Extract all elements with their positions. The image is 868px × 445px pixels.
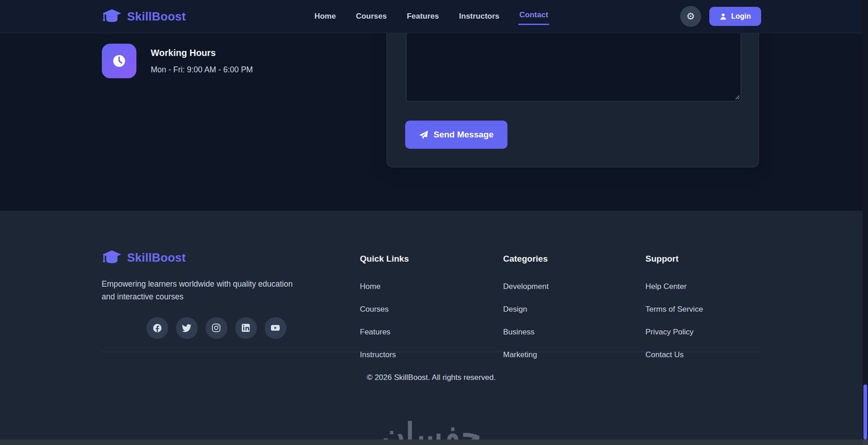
social-linkedin-button[interactable] (235, 317, 257, 339)
clock-icon (102, 44, 136, 78)
navbar-brand[interactable]: SkillBoost (102, 8, 186, 25)
graduation-cap-icon (102, 8, 122, 25)
footer-link-features[interactable]: Features (360, 328, 391, 336)
copyright-text: © 2026 SkillBoost. All rights reserved. (102, 373, 761, 382)
social-youtube-button[interactable] (265, 317, 286, 339)
facebook-icon (152, 323, 162, 333)
social-twitter-button[interactable] (176, 317, 198, 339)
linkedin-icon (241, 323, 251, 333)
navbar-brand-name: SkillBoost (127, 10, 186, 24)
contact-form-panel: Send Message (386, 24, 759, 167)
footer-link-help-center[interactable]: Help Center (646, 282, 687, 291)
footer-column-categories: Categories Development Design Business M… (503, 249, 646, 373)
footer-link-terms[interactable]: Terms of Service (646, 305, 703, 314)
send-message-label: Send Message (434, 130, 494, 140)
footer-brand-name: SkillBoost (127, 251, 186, 265)
contact-section: Working Hours Mon - Fri: 9:00 AM - 6:00 … (0, 33, 863, 211)
instagram-icon (211, 323, 221, 333)
nav-link-home[interactable]: Home (313, 9, 336, 24)
footer-column-quick-links: Quick Links Home Courses Features Instru… (360, 249, 503, 373)
footer-tagline: Empowering learners worldwide with quali… (102, 278, 304, 303)
nav-link-instructors[interactable]: Instructors (458, 9, 501, 24)
main-nav: Home Courses Features Instructors Contac… (313, 8, 549, 25)
footer-link-privacy[interactable]: Privacy Policy (646, 328, 694, 336)
footer-column-title: Support (646, 254, 761, 264)
footer-link-home[interactable]: Home (360, 282, 381, 291)
message-textarea[interactable] (406, 29, 741, 101)
footer-link-instructors[interactable]: Instructors (360, 350, 396, 359)
send-message-button[interactable]: Send Message (405, 121, 507, 149)
footer-link-contact-us[interactable]: Contact Us (646, 350, 684, 359)
social-instagram-button[interactable] (206, 317, 227, 339)
footer-link-marketing[interactable]: Marketing (503, 350, 537, 359)
navbar: SkillBoost Home Courses Features Instruc… (0, 0, 863, 33)
page: Working Hours Mon - Fri: 9:00 AM - 6:00 … (0, 0, 863, 440)
nav-link-features[interactable]: Features (406, 9, 440, 24)
user-icon (719, 13, 727, 20)
scrollbar-corner (863, 440, 868, 445)
footer-column-title: Categories (503, 254, 646, 264)
twitter-icon (182, 323, 191, 333)
social-facebook-button[interactable] (146, 317, 168, 339)
watermark-text: حفسان (381, 419, 482, 440)
footer-brand-column: SkillBoost Empowering learners worldwide… (102, 249, 360, 373)
horizontal-scrollbar-track[interactable] (0, 440, 863, 445)
footer-link-courses[interactable]: Courses (360, 305, 389, 314)
footer-link-design[interactable]: Design (503, 305, 527, 314)
nav-link-courses[interactable]: Courses (355, 9, 388, 24)
nav-link-contact[interactable]: Contact (518, 8, 549, 25)
working-hours-item: Working Hours Mon - Fri: 9:00 AM - 6:00 … (102, 44, 253, 78)
vertical-scrollbar-thumb[interactable] (863, 384, 867, 440)
paper-plane-icon (419, 130, 428, 140)
settings-button[interactable]: ⚙ (680, 6, 701, 27)
vertical-scrollbar-track[interactable] (863, 0, 868, 440)
gear-icon: ⚙ (687, 11, 695, 22)
social-links (146, 317, 360, 339)
footer-column-support: Support Help Center Terms of Service Pri… (646, 249, 761, 373)
login-label: Login (731, 12, 751, 20)
working-hours-text: Mon - Fri: 9:00 AM - 6:00 PM (151, 65, 253, 75)
login-button[interactable]: Login (709, 7, 761, 26)
footer-column-title: Quick Links (360, 254, 503, 264)
footer: SkillBoost Empowering learners worldwide… (0, 211, 863, 440)
graduation-cap-icon (102, 249, 122, 266)
footer-brand: SkillBoost (102, 249, 360, 266)
working-hours-title: Working Hours (151, 48, 253, 58)
footer-link-development[interactable]: Development (503, 282, 549, 291)
footer-link-business[interactable]: Business (503, 328, 535, 336)
youtube-icon (270, 323, 281, 333)
